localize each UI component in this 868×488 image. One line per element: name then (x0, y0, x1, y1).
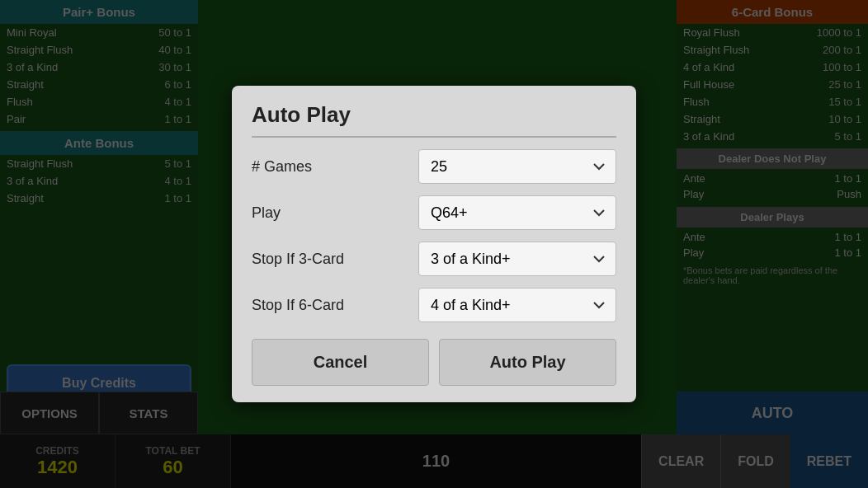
stop-three-label: Stop If 3-Card (252, 251, 418, 268)
games-row: # Games 5102550100Infinite (252, 149, 616, 184)
modal-buttons: Cancel Auto Play (252, 339, 616, 386)
play-select[interactable]: AlwaysQ64+K64+ (418, 195, 616, 230)
stop-three-select[interactable]: Never3 of a Kind+Straight+Flush+ (418, 242, 616, 276)
games-select[interactable]: 5102550100Infinite (418, 149, 616, 184)
autoplay-modal: Auto Play # Games 5102550100Infinite Pla… (232, 86, 636, 402)
stop-six-label: Stop If 6-Card (252, 297, 418, 314)
autoplay-confirm-button[interactable]: Auto Play (439, 339, 616, 386)
stop-six-select[interactable]: Never3 of a Kind+Straight+Flush+Full Hou… (418, 288, 616, 322)
modal-title: Auto Play (252, 102, 616, 138)
modal-overlay: Auto Play # Games 5102550100Infinite Pla… (0, 0, 868, 488)
play-row: Play AlwaysQ64+K64+ (252, 195, 616, 230)
games-label: # Games (252, 158, 418, 176)
stop-six-row: Stop If 6-Card Never3 of a Kind+Straight… (252, 288, 616, 322)
play-label: Play (252, 204, 418, 222)
game-background: Pair+ Bonus Mini Royal 50 to 1 Straight … (0, 0, 868, 488)
cancel-button[interactable]: Cancel (252, 339, 429, 386)
stop-three-row: Stop If 3-Card Never3 of a Kind+Straight… (252, 242, 616, 276)
